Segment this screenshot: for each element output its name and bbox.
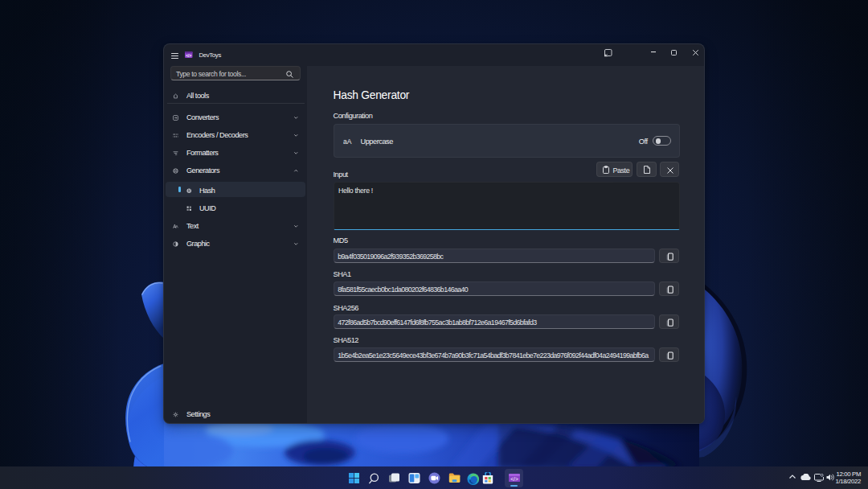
svg-text:aA: aA bbox=[343, 138, 352, 146]
svg-text:</>: </> bbox=[510, 475, 518, 481]
svg-text:</>: </> bbox=[186, 54, 191, 58]
